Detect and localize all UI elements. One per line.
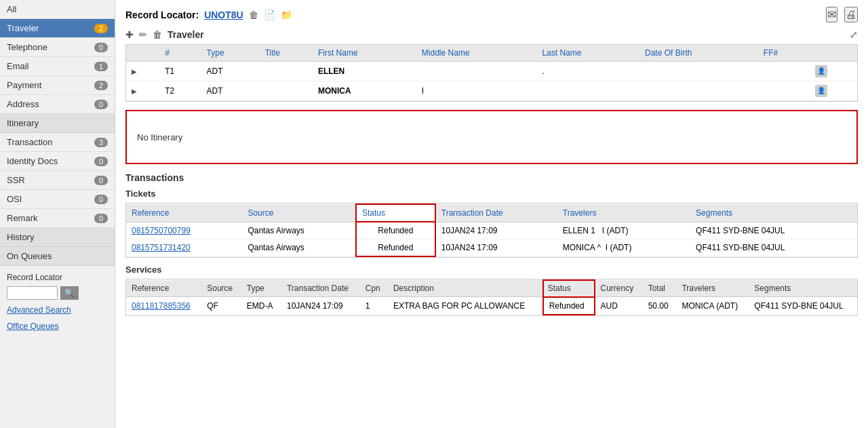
traveler-table-container: # Type Title First Name Middle Name Last… (125, 44, 858, 102)
ticket-status: Refunded (356, 222, 435, 239)
traveler-title (260, 81, 313, 101)
delete-traveler-button[interactable]: 🗑 (153, 29, 162, 40)
record-locator-input[interactable] (7, 286, 58, 300)
col-header-ff: FF# (758, 45, 810, 62)
sidebar-item-identity-docs[interactable]: Identity Docs 0 (0, 152, 115, 171)
services-table-container: Reference Source Type Transaction Date C… (125, 279, 858, 316)
svc-travelers: MONICA (ADT) (676, 297, 749, 315)
sidebar-item-label: On Queues (7, 251, 52, 261)
add-traveler-button[interactable]: ✚ (125, 29, 134, 40)
sidebar-item-label: Telephone (7, 42, 47, 52)
sidebar-item-itinerary[interactable]: Itinerary (0, 114, 115, 133)
svc-col-transaction-date: Transaction Date (281, 280, 360, 297)
copy-icon[interactable]: 📄 (264, 9, 275, 20)
record-locator-value[interactable]: UNOT8U (204, 9, 243, 20)
col-header-arrow (126, 45, 159, 62)
ticket-travelers: MONICA ^ I (ADT) (557, 239, 690, 257)
ticket-reference-link[interactable]: 0815751731420 (132, 243, 191, 252)
svc-col-source: Source (201, 280, 241, 297)
col-header-firstname: First Name (313, 45, 416, 62)
svc-total: 50.00 (643, 297, 677, 315)
traveler-icon-cell: 👤 (810, 81, 857, 101)
traveler-ff (758, 62, 810, 81)
record-locator-prefix: Record Locator: (125, 9, 199, 20)
sidebar-item-traveler[interactable]: Traveler 2 (0, 19, 115, 38)
svc-reference: 0811817885356 (126, 297, 201, 315)
sidebar-item-telephone[interactable]: Telephone 0 (0, 38, 115, 57)
sidebar-item-all[interactable]: All (0, 0, 115, 19)
col-header-title: Title (260, 45, 313, 62)
row-arrow[interactable]: ▶ (126, 81, 159, 101)
sidebar-item-on-queues[interactable]: On Queues (0, 247, 115, 266)
traveler-num: T2 (159, 81, 201, 101)
sidebar-badge-transaction: 3 (94, 138, 108, 147)
svc-type: EMD-A (241, 297, 281, 315)
delete-icon[interactable]: 🗑 (249, 9, 258, 20)
traveler-dob (639, 62, 758, 81)
table-row: 0815751731420 Qantas Airways Refunded 10… (126, 239, 857, 257)
sidebar-item-osi[interactable]: OSI 0 (0, 190, 115, 209)
col-transaction-date: Transaction Date (435, 204, 557, 222)
traveler-icon-cell: 👤 (810, 62, 857, 81)
sidebar-item-address[interactable]: Address 0 (0, 95, 115, 114)
ticket-source: Qantas Airways (242, 239, 355, 257)
sidebar-item-label: Remark (7, 213, 38, 223)
sidebar-badge-email: 1 (94, 62, 108, 71)
row-arrow[interactable]: ▶ (126, 62, 159, 81)
folder-icon[interactable]: 📁 (281, 9, 292, 20)
sidebar-item-label: Itinerary (7, 118, 39, 128)
svc-col-status: Status (543, 280, 595, 297)
sidebar-badge-payment: 2 (94, 81, 108, 90)
sidebar-item-transaction[interactable]: Transaction 3 (0, 133, 115, 152)
sidebar-badge-traveler: 2 (94, 24, 108, 33)
expand-traveler-button[interactable]: ⤢ (850, 29, 858, 40)
sidebar-item-label: OSI (7, 194, 22, 204)
traveler-section-header: ✚ ✏ 🗑 Traveler ⤢ (125, 29, 858, 40)
advanced-search-link[interactable]: Advanced Search (7, 304, 108, 316)
traveler-dob (639, 81, 758, 101)
traveler-lastname (536, 81, 639, 101)
record-locator-search-button[interactable]: 🔍 (60, 286, 79, 300)
sidebar-item-history[interactable]: History (0, 228, 115, 247)
sidebar-item-label: Address (7, 99, 39, 109)
ticket-reference: 0815751731420 (126, 239, 242, 257)
sidebar-item-remark[interactable]: Remark 0 (0, 209, 115, 228)
sidebar-item-payment[interactable]: Payment 2 (0, 76, 115, 95)
ticket-reference-link[interactable]: 0815750700799 (132, 226, 191, 235)
svc-transaction-date: 10JAN24 17:09 (281, 297, 360, 315)
email-icon[interactable]: ✉ (826, 7, 837, 22)
no-itinerary-text: No Itinerary (137, 132, 182, 142)
traveler-num: T1 (159, 62, 201, 81)
print-icon[interactable]: 🖨 (844, 7, 858, 22)
svc-col-type: Type (241, 280, 281, 297)
ticket-transaction-date: 10JAN24 17:09 (435, 222, 557, 239)
svc-col-reference: Reference (126, 280, 201, 297)
ticket-transaction-date: 10JAN24 17:09 (435, 239, 557, 257)
office-queues-link[interactable]: Office Queues (7, 320, 108, 332)
ticket-source: Qantas Airways (242, 222, 355, 239)
sidebar-badge-telephone: 0 (94, 43, 108, 52)
sidebar-item-email[interactable]: Email 1 (0, 57, 115, 76)
svc-segments: QF411 SYD-BNE 04JUL (749, 297, 857, 315)
sidebar: All Traveler 2 Telephone 0 Email 1 Payme… (0, 0, 115, 428)
col-reference: Reference (126, 204, 242, 222)
col-segments: Segments (690, 204, 857, 222)
sidebar-badge-identity-docs: 0 (94, 157, 108, 166)
svc-description: EXTRA BAG FOR PC ALLOWANCE (388, 297, 543, 315)
tickets-title: Tickets (125, 189, 858, 199)
col-header-lastname: Last Name (536, 45, 639, 62)
services-table: Reference Source Type Transaction Date C… (126, 279, 857, 315)
ticket-reference: 0815750700799 (126, 222, 242, 239)
traveler-profile-icon: 👤 (815, 65, 827, 77)
sidebar-item-ssr[interactable]: SSR 0 (0, 171, 115, 190)
svc-reference-link[interactable]: 0811817885356 (132, 301, 191, 311)
sidebar-bottom: Record Locator 🔍 Advanced Search Office … (0, 266, 115, 339)
col-header-middlename: Middle Name (416, 45, 537, 62)
edit-traveler-button[interactable]: ✏ (139, 29, 147, 40)
col-source: Source (242, 204, 355, 222)
col-header-action (810, 45, 857, 62)
traveler-firstname: ELLEN (313, 62, 416, 81)
traveler-ff (758, 81, 810, 101)
col-header-num: # (159, 45, 201, 62)
table-row: ▶ T1 ADT ELLEN . 👤 (126, 62, 857, 81)
